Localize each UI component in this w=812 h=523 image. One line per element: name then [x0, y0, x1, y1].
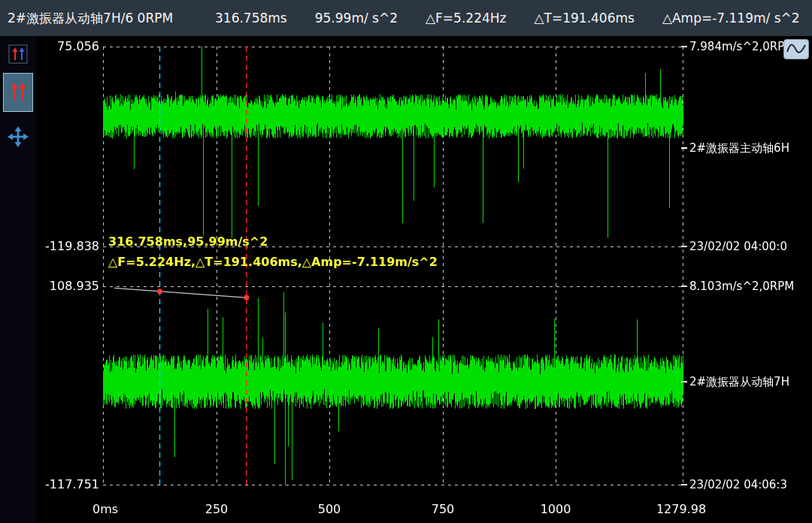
right-label-text: 23/02/02 04:00:0	[689, 239, 787, 254]
right-label-ch1-name: 2#激振器主动轴6H	[681, 141, 789, 156]
cursor-annotation-line2: △F=5.224Hz,△T=191.406ms,△Amp=-7.119m/s^2	[108, 252, 438, 272]
delta-time-readout: △T=191.406ms	[534, 11, 634, 26]
sine-wave-icon	[786, 41, 807, 58]
axis-tick	[681, 484, 687, 485]
tool-sidebar	[0, 36, 36, 523]
status-bar: 2#激振器从动轴7H/6 0RPM 316.758ms 95.99m/ s^2 …	[0, 0, 812, 36]
x-tick-label-500: 500	[318, 502, 341, 516]
axis-tick	[681, 381, 687, 382]
move-arrows-icon	[7, 125, 29, 150]
channel-title: 2#激振器从动轴7H/6 0RPM	[8, 10, 215, 27]
x-tick-label-1000: 1000	[541, 502, 571, 516]
right-label-ch1-timestamp: 23/02/02 04:00:0	[681, 239, 787, 254]
x-tick-label-end: 1279.98	[656, 502, 706, 516]
axis-tick	[681, 147, 687, 149]
single-cursor-icon	[8, 44, 28, 66]
right-label-text: 2#激振器主动轴6H	[689, 141, 789, 156]
vibration-analyzer-window: 2#激振器从动轴7H/6 0RPM 316.758ms 95.99m/ s^2 …	[0, 0, 812, 523]
cursor-time-readout: 316.758ms	[215, 11, 287, 26]
axis-label-ch2-max: 108.935	[36, 279, 99, 294]
pan-tool-button[interactable]	[3, 124, 33, 151]
right-label-ch2-scale: 8.103m/s^2,0RPM	[681, 279, 794, 294]
waveform-view-button[interactable]	[783, 39, 809, 59]
single-cursor-tool-button[interactable]	[3, 41, 33, 68]
x-tick-label-250: 250	[205, 502, 229, 516]
right-label-text: 8.103m/s^2,0RPM	[689, 279, 794, 294]
axis-tick	[681, 286, 687, 287]
axis-label-ch1-min: -119.838	[36, 239, 99, 254]
right-label-ch2-timestamp: 23/02/02 04:06:3	[681, 477, 787, 492]
cursor-annotation-line1: 316.758ms,95.99m/s^2	[108, 231, 438, 252]
delta-frequency-readout: △F=5.224Hz	[426, 11, 506, 26]
axis-label-ch2-min: -117.751	[36, 477, 99, 492]
x-tick-label-750: 750	[432, 502, 455, 516]
right-label-text: 23/02/02 04:06:3	[689, 477, 787, 492]
right-label-text: 2#激振器从动轴7H	[689, 374, 789, 389]
double-cursor-tool-button[interactable]	[3, 73, 33, 112]
axis-tick	[681, 246, 687, 247]
right-label-ch2-name: 2#激振器从动轴7H	[681, 374, 789, 389]
delta-amplitude-readout: △Amp=-7.119m/ s^2	[662, 11, 800, 26]
double-cursor-icon	[8, 80, 29, 105]
right-label-ch1-scale: 7.984m/s^2,0RPM	[681, 39, 794, 54]
axis-label-ch1-max: 75.056	[36, 39, 99, 54]
chart-area: 75.056 -119.838 108.935 -117.751 7.984m/…	[36, 36, 812, 523]
axis-tick	[681, 46, 687, 47]
right-label-text: 7.984m/s^2,0RPM	[689, 39, 794, 54]
cursor-amplitude-readout: 95.99m/ s^2	[315, 11, 398, 26]
x-tick-label-0: 0ms	[92, 502, 118, 516]
cursor-annotation: 316.758ms,95.99m/s^2 △F=5.224Hz,△T=191.4…	[108, 231, 438, 272]
